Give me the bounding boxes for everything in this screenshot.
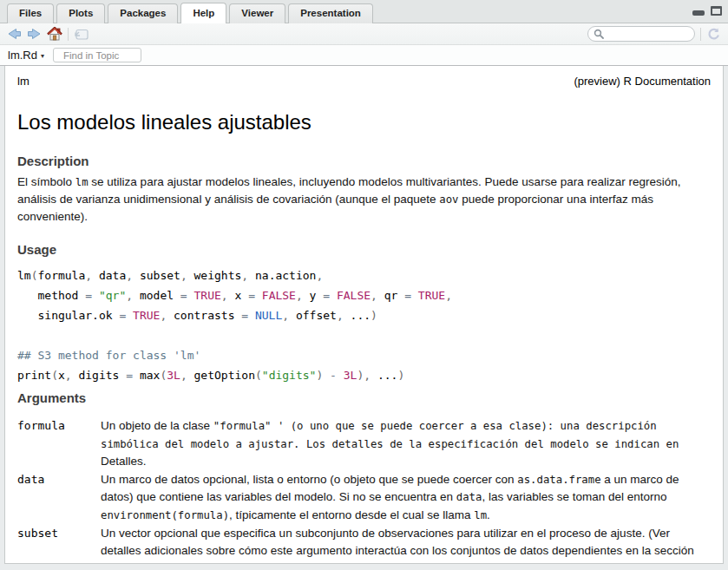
text-run: , típicamente el entorno desde el cual s…	[229, 508, 474, 521]
chevron-down-icon: ▾	[41, 51, 44, 60]
tab-viewer[interactable]: Viewer	[229, 3, 285, 23]
text-run: , las variables se toman del entorno	[482, 490, 666, 503]
home-button[interactable]	[47, 25, 62, 43]
help-search-box	[587, 26, 695, 42]
inline-code: as.data.frame	[517, 474, 600, 486]
show-in-new-window-button[interactable]	[74, 25, 89, 43]
toolbar-separator	[700, 28, 701, 41]
find-in-topic-input[interactable]	[53, 48, 141, 62]
argument-name: subset	[17, 525, 101, 564]
description-heading: Description	[17, 154, 715, 168]
text-run: .	[487, 508, 490, 521]
inline-code: lm	[75, 176, 89, 188]
toolbar-separator	[68, 28, 69, 41]
home-icon	[47, 27, 62, 41]
inline-code: aov	[439, 193, 458, 206]
back-button[interactable]	[7, 25, 22, 43]
text-run: del documento	[152, 560, 235, 564]
text-run: .)	[306, 560, 313, 564]
help-topic-bar: lm.Rd ▾	[0, 45, 728, 66]
help-pane: Files Plots Packages Help Viewer Present…	[0, 0, 728, 570]
inline-code: model.frame	[235, 561, 305, 564]
arguments-table: formulaUn objeto de la clase "formula" '…	[17, 417, 711, 564]
text-run: Un marco de datos opcional, lista o ento…	[101, 473, 517, 486]
forward-button[interactable]	[27, 25, 42, 43]
search-input[interactable]	[607, 28, 689, 40]
argument-row: dataUn marco de datos opcional, lista o …	[17, 471, 711, 525]
code-line	[17, 325, 715, 345]
description-paragraph: El símbolo lm se utiliza para ajustar mo…	[17, 174, 711, 225]
argument-name: data	[17, 471, 101, 525]
pane-tab-bar: Files Plots Packages Help Viewer Present…	[0, 0, 728, 23]
topic-file-name: lm.Rd	[8, 49, 37, 62]
popout-window-icon	[74, 28, 89, 40]
text-run: Un objeto de la clase	[101, 419, 213, 432]
text-run: Un vector opcional que especifica un sub…	[101, 527, 694, 557]
tab-files[interactable]: Files	[7, 3, 54, 23]
usage-code-block: lm(formula, data, subset, weights, na.ac…	[17, 265, 715, 385]
page-title: Los modelos lineales ajustables	[17, 110, 715, 134]
argument-row: subsetUn vector opcional que especifica …	[17, 525, 711, 564]
arguments-heading: Arguments	[17, 390, 715, 405]
refresh-button[interactable]	[706, 25, 721, 43]
code-line: method = "qr", model = TRUE, x = FALSE, …	[17, 285, 715, 305]
code-line: print(x, digits = max(3L, getOption("dig…	[17, 365, 715, 385]
pane-window-controls	[692, 5, 722, 16]
code-line: singular.ok = TRUE, contrasts = NULL, of…	[17, 305, 715, 325]
help-document: lm (preview) R Documentation Los modelos…	[4, 66, 724, 564]
argument-description: Un vector opcional que especifica un sub…	[101, 525, 711, 564]
argument-name: formula	[17, 417, 101, 470]
argument-description: Un objeto de la clase "formula" ' (o uno…	[101, 417, 711, 470]
tab-packages[interactable]: Packages	[108, 3, 178, 23]
help-toolbar	[0, 23, 728, 45]
inline-code: environment(formula)	[101, 509, 229, 521]
inline-code: data	[456, 491, 482, 503]
maximize-icon[interactable]	[711, 6, 722, 16]
tab-help[interactable]: Help	[180, 3, 226, 23]
usage-heading: Usage	[17, 242, 715, 257]
search-icon	[594, 29, 604, 39]
tab-plots[interactable]: Plots	[56, 3, 105, 23]
inline-code: Detalles	[101, 561, 152, 564]
code-line: ## S3 method for class 'lm'	[17, 345, 715, 365]
doc-type-label: (preview) R Documentation	[574, 75, 711, 88]
argument-description: Un marco de datos opcional, lista o ento…	[101, 471, 711, 525]
text-run: Detalles.	[101, 455, 147, 468]
text-run: El símbolo	[17, 175, 75, 188]
back-arrow-icon	[7, 28, 22, 40]
refresh-icon	[706, 27, 721, 41]
tab-presentation[interactable]: Presentation	[288, 3, 373, 23]
forward-arrow-icon	[27, 28, 42, 40]
doc-topic: lm	[17, 75, 30, 88]
inline-code: lm	[474, 509, 487, 521]
code-line: lm(formula, data, subset, weights, na.ac…	[17, 265, 715, 285]
doc-header: lm (preview) R Documentation	[13, 75, 715, 88]
minimize-icon[interactable]	[692, 10, 705, 16]
topic-file-dropdown[interactable]: lm.Rd ▾	[8, 49, 44, 62]
argument-row: formulaUn objeto de la clase "formula" '…	[17, 417, 711, 470]
